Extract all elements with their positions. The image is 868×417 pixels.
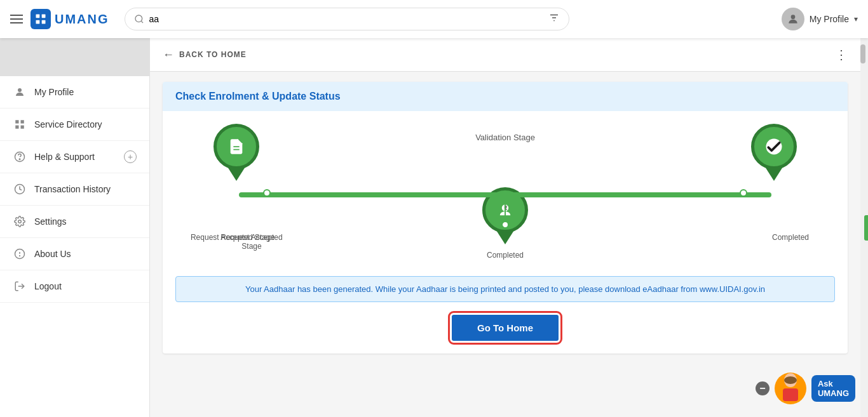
svg-point-16: [19, 159, 20, 160]
history-icon: [13, 182, 27, 196]
svg-point-9: [790, 15, 795, 19]
back-bar: ← BACK TO HOME ⋮: [150, 38, 860, 72]
info-box: Your Aadhaar has been generated. While y…: [175, 276, 835, 302]
svg-point-30: [784, 376, 797, 384]
search-bar[interactable]: [125, 8, 569, 30]
svg-rect-12: [21, 120, 24, 123]
main-content: ← BACK TO HOME ⋮ Check Enrolment & Updat…: [150, 38, 860, 417]
sidebar-label-help-support: Help & Support: [34, 152, 95, 162]
filter-icon[interactable]: [548, 12, 560, 26]
completed-label: Completed: [759, 233, 822, 242]
svg-rect-13: [15, 126, 18, 129]
profile-menu[interactable]: My Profile ▾: [782, 8, 858, 30]
svg-rect-29: [783, 388, 798, 401]
body: My Profile Service Directory Help & Supp…: [0, 38, 868, 417]
stage-diagram: Validation Stage: [175, 124, 835, 263]
connector-dot-2: [501, 221, 509, 228]
chevron-down-icon: ▾: [854, 15, 858, 23]
logo[interactable]: UMANG: [31, 9, 109, 29]
stage-label-2: Completed: [464, 251, 546, 260]
sidebar-label-settings: Settings: [34, 216, 67, 227]
svg-rect-14: [21, 126, 24, 129]
content-area: Check Enrolment & Update Status: [150, 72, 860, 417]
scrollbar-track[interactable]: [860, 38, 868, 417]
connector-dot-1: [263, 189, 271, 197]
profile-label: My Profile: [810, 14, 849, 24]
sidebar-item-help-support[interactable]: Help & Support +: [0, 141, 149, 173]
svg-point-4: [135, 15, 142, 22]
logo-text: UMANG: [55, 12, 109, 27]
umang-avatar: [775, 373, 806, 404]
request-accepted-label: Request Accepted Stage: [175, 233, 290, 242]
sidebar-item-transaction-history[interactable]: Transaction History: [0, 173, 149, 206]
ask-umang-widget[interactable]: − AskUMANG: [756, 373, 855, 404]
pin-circle-1: [214, 124, 259, 169]
svg-rect-3: [42, 20, 46, 24]
help-icon: [13, 150, 27, 164]
more-options-icon[interactable]: ⋮: [835, 47, 848, 62]
sidebar-item-settings[interactable]: Settings: [0, 206, 149, 238]
svg-rect-0: [36, 15, 40, 18]
svg-rect-1: [42, 15, 46, 18]
minimize-button[interactable]: −: [756, 381, 770, 395]
hamburger-menu[interactable]: [10, 15, 23, 23]
back-arrow-icon[interactable]: ←: [163, 48, 174, 62]
svg-point-10: [18, 88, 22, 92]
grid-icon: [13, 117, 27, 131]
svg-line-5: [141, 21, 143, 23]
validation-stage-label: Validation Stage: [475, 133, 535, 142]
status-card: Check Enrolment & Update Status: [163, 82, 848, 354]
expand-icon[interactable]: +: [124, 150, 137, 163]
sidebar-top-bg: [0, 38, 149, 76]
sidebar-label-logout: Logout: [34, 281, 62, 291]
card-title: Check Enrolment & Update Status: [163, 82, 848, 111]
card-body: Validation Stage: [163, 111, 848, 354]
sidebar-label-service-directory: Service Directory: [34, 119, 102, 129]
right-edge-indicator: [864, 215, 868, 241]
svg-rect-11: [15, 120, 18, 123]
sidebar-item-my-profile[interactable]: My Profile: [0, 76, 149, 109]
settings-icon: [13, 215, 27, 228]
back-label: BACK TO HOME: [179, 50, 247, 59]
v-connector-2: [505, 192, 506, 224]
ask-umang-bubble[interactable]: AskUMANG: [811, 375, 855, 402]
logout-icon: [13, 279, 27, 293]
scroll-thumb[interactable]: [860, 44, 865, 63]
svg-rect-2: [36, 20, 40, 24]
sidebar-item-logout[interactable]: Logout: [0, 270, 149, 303]
stage-node-1: [214, 124, 259, 181]
sidebar-item-service-directory[interactable]: Service Directory: [0, 109, 149, 141]
logo-icon: [31, 9, 51, 29]
svg-point-18: [18, 220, 22, 223]
ask-umang-text: AskUMANG: [818, 379, 849, 398]
go-home-button[interactable]: Go To Home: [452, 315, 559, 341]
sidebar-label-transaction-history: Transaction History: [34, 184, 111, 194]
search-input[interactable]: [149, 14, 548, 24]
sidebar-label-my-profile: My Profile: [34, 87, 74, 97]
pin-circle-3: [751, 124, 797, 169]
sidebar-label-about-us: About Us: [34, 249, 71, 259]
connector-dot-3: [740, 189, 747, 197]
sidebar: My Profile Service Directory Help & Supp…: [0, 38, 150, 417]
search-icon: [134, 14, 144, 24]
header: UMANG My Profile ▾: [0, 0, 868, 38]
header-left: UMANG: [10, 9, 109, 29]
person-icon: [13, 85, 27, 99]
stage-node-3: [751, 124, 797, 181]
sidebar-item-about-us[interactable]: About Us: [0, 238, 149, 270]
info-icon: [13, 247, 27, 261]
avatar: [782, 8, 804, 30]
